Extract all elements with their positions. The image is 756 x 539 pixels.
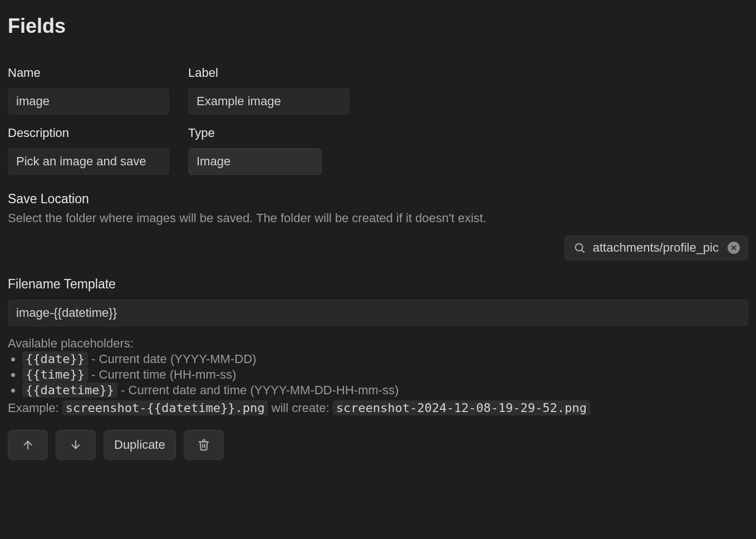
example-template: screenshot-{{datetime}}.png: [62, 400, 268, 415]
label-input[interactable]: [188, 88, 350, 115]
description-label: Description: [8, 126, 169, 140]
page-title: Fields: [8, 14, 748, 38]
move-down-button[interactable]: [56, 430, 96, 460]
arrow-down-icon: [69, 438, 82, 452]
type-label: Type: [188, 126, 350, 140]
svg-line-1: [582, 250, 584, 252]
placeholders-list: {{date}} - Current date (YYYY-MM-DD) {{t…: [8, 352, 748, 398]
example-line: Example: screenshot-{{datetime}}.png wil…: [8, 401, 748, 415]
clear-save-location-button[interactable]: [728, 242, 740, 254]
placeholder-desc: - Current date and time (YYYY-MM-DD-HH-m…: [121, 383, 399, 397]
placeholder-token: {{datetime}}: [22, 383, 117, 398]
filename-template-input[interactable]: [8, 300, 748, 326]
placeholder-token: {{time}}: [22, 367, 88, 382]
list-item: {{time}} - Current time (HH-mm-ss): [22, 367, 748, 382]
name-input[interactable]: [8, 88, 169, 115]
placeholder-desc: - Current time (HH-mm-ss): [91, 367, 236, 381]
duplicate-button[interactable]: Duplicate: [104, 430, 176, 460]
placeholders-title: Available placeholders:: [8, 336, 748, 351]
save-location-value: attachments/profile_pic: [593, 241, 719, 255]
label-label: Label: [188, 66, 350, 80]
example-result: screenshot-2024-12-08-19-29-52.png: [333, 400, 590, 415]
search-icon: [573, 241, 586, 254]
type-select[interactable]: Image: [188, 148, 322, 175]
list-item: {{datetime}} - Current date and time (YY…: [22, 383, 748, 398]
name-label: Name: [8, 66, 169, 80]
move-up-button[interactable]: [8, 430, 48, 460]
delete-button[interactable]: [184, 430, 224, 460]
list-item: {{date}} - Current date (YYYY-MM-DD): [22, 352, 748, 366]
trash-icon: [197, 438, 210, 452]
description-input[interactable]: [8, 148, 169, 175]
save-location-label: Save Location: [8, 192, 748, 207]
placeholder-desc: - Current date (YYYY-MM-DD): [91, 352, 256, 366]
save-location-help: Select the folder where images will be s…: [8, 211, 748, 226]
save-location-chip[interactable]: attachments/profile_pic: [564, 236, 748, 260]
placeholder-token: {{date}}: [22, 351, 88, 366]
arrow-up-icon: [21, 438, 35, 452]
filename-template-label: Filename Template: [8, 277, 748, 292]
